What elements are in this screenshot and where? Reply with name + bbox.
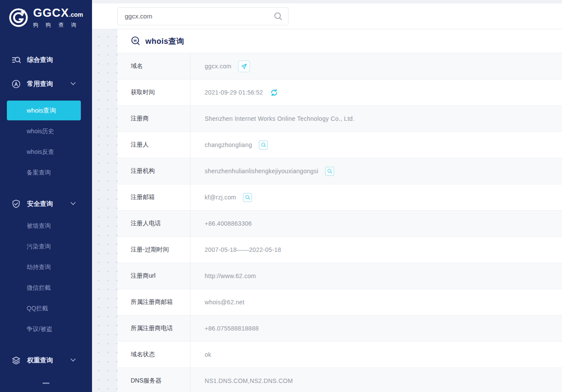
- dotted-gutter: [92, 29, 117, 392]
- shield-check-icon: [12, 199, 21, 208]
- row-value-cell: changzhongliang: [190, 132, 562, 158]
- whois-magnifier-icon: w: [130, 36, 141, 46]
- sidebar-item-label: 微信拦截: [27, 284, 51, 292]
- sidebar-group-security-header[interactable]: 安全查询: [0, 192, 92, 216]
- search-icon[interactable]: [243, 193, 252, 202]
- content-body: w whois查询 域名 ggcx.com: [92, 29, 562, 392]
- sidebar-group-common-header[interactable]: 常用查询: [0, 72, 92, 96]
- table-row-registrant: 注册人 changzhongliang: [117, 132, 562, 158]
- row-label: 注册商: [117, 106, 190, 132]
- page-title: whois查询: [145, 36, 184, 46]
- table-row-registrant-email: 注册邮箱 kf@rzj.com: [117, 184, 562, 211]
- table-row-registrar-url: 注册商url http://www.62.com: [117, 263, 562, 289]
- sidebar-scroll-dash: [43, 383, 49, 384]
- row-label: 所属注册商邮箱: [117, 289, 190, 315]
- sidebar-item-qq-block[interactable]: QQ拦截: [0, 298, 92, 319]
- layers-icon: [12, 356, 21, 365]
- sidebar-item-hijack-check[interactable]: 劫持查询: [0, 257, 92, 278]
- brand-suffix: .com: [69, 11, 83, 18]
- sidebar-item-label: 劫持查询: [27, 263, 51, 271]
- sidebar-item-wechat-block[interactable]: 微信拦截: [0, 278, 92, 298]
- sidebar-group-common: 常用查询 whois查询 whois历史 whois反查: [0, 72, 92, 183]
- sidebar-item-label: QQ拦截: [27, 305, 48, 312]
- sidebar-item-whois-history[interactable]: whois历史: [0, 121, 92, 142]
- sidebar-item-whois-lookup[interactable]: whois查询: [7, 101, 81, 120]
- svg-text:w: w: [133, 38, 137, 43]
- send-icon[interactable]: [238, 61, 250, 72]
- search-icon[interactable]: [273, 12, 283, 21]
- domain-search-input[interactable]: [125, 12, 273, 20]
- sidebar-item-label: 被墙查询: [27, 222, 51, 230]
- table-row-registrar-email: 所属注册商邮箱 whois@62.net: [117, 289, 562, 315]
- sidebar-item-whois-reverse[interactable]: whois反查: [0, 142, 92, 162]
- row-value: +86.075588818888: [205, 325, 259, 332]
- chevron-down-icon: [71, 358, 76, 362]
- row-label: 所属注册商电话: [117, 315, 190, 341]
- chevron-down-icon: [71, 202, 76, 205]
- row-value-cell: 2007-05-18——2022-05-18: [190, 237, 562, 263]
- table-row-dns-servers: DNS服务器 NS1.DNS.COM,NS2.DNS.COM: [117, 368, 562, 392]
- row-label: 注册邮箱: [117, 184, 190, 210]
- row-label: 域名状态: [117, 342, 190, 368]
- row-value-cell: 2021-09-29 01:56:52: [190, 80, 562, 105]
- row-value: 2007-05-18——2022-05-18: [205, 246, 281, 253]
- table-row-registrant-phone: 注册人电话 +86.4008863306: [117, 211, 562, 237]
- row-value: ggcx.com: [205, 63, 231, 70]
- sidebar-group-security: 安全查询 被墙查询 污染查询 劫持查询 微信: [0, 192, 92, 340]
- circle-a-icon: [12, 80, 21, 89]
- brand-subtitle: 狗 狗 查 询: [33, 21, 83, 29]
- sidebar-item-label: whois历史: [27, 128, 54, 135]
- main-area: w whois查询 域名 ggcx.com: [92, 0, 562, 392]
- table-row-registration-period: 注册-过期时间 2007-05-18——2022-05-18: [117, 237, 562, 263]
- row-label: 注册人电话: [117, 211, 190, 236]
- sidebar-group-weight-header[interactable]: 权重查询: [0, 348, 92, 372]
- domain-search-box: [117, 7, 289, 25]
- row-value-cell: Shenzhen Internet Works Online Technolog…: [190, 106, 562, 132]
- brand-text: GGCX .com 狗 狗 查 询: [33, 6, 83, 29]
- sidebar-item-label: whois反查: [27, 148, 54, 156]
- table-row-fetch-time: 获取时间 2021-09-29 01:56:52: [117, 80, 562, 106]
- row-value: http://www.62.com: [205, 273, 256, 279]
- app-window: GGCX .com 狗 狗 查 询 综合查询: [0, 0, 562, 392]
- sidebar: GGCX .com 狗 狗 查 询 综合查询: [0, 0, 92, 392]
- top-strip: [92, 0, 562, 3]
- table-row-domain-status: 域名状态 ok: [117, 342, 562, 368]
- row-label: 注册商url: [117, 263, 190, 289]
- row-value-cell: ok: [190, 342, 562, 368]
- chevron-down-icon: [71, 82, 76, 86]
- brand-logo[interactable]: GGCX .com 狗 狗 查 询: [0, 0, 92, 29]
- table-row-registrar-phone: 所属注册商电话 +86.075588818888: [117, 315, 562, 342]
- table-row-registrar: 注册商 Shenzhen Internet Works Online Techn…: [117, 106, 562, 132]
- row-value-cell: ggcx.com: [190, 53, 562, 79]
- table-row-registrant-org: 注册机构 shenzhenhulianlishengkejiyouxiangon…: [117, 158, 562, 184]
- row-value: 2021-09-29 01:56:52: [205, 89, 263, 96]
- row-label: 注册人: [117, 132, 190, 158]
- row-value: Shenzhen Internet Works Online Technolog…: [205, 115, 355, 122]
- sidebar-item-gfw-check[interactable]: 被墙查询: [0, 216, 92, 236]
- search-icon[interactable]: [259, 141, 268, 150]
- row-value: ok: [205, 351, 211, 358]
- dog-logo-icon: [9, 8, 28, 28]
- sidebar-item-label: 污染查询: [27, 243, 51, 251]
- sidebar-item-label: 备案查询: [27, 169, 51, 177]
- whois-table: 域名 ggcx.com 获取时间: [117, 53, 562, 392]
- whois-result-card: w whois查询 域名 ggcx.com: [117, 29, 562, 392]
- sidebar-group-label: 安全查询: [27, 200, 53, 208]
- row-label: 注册机构: [117, 158, 190, 184]
- search-icon[interactable]: [325, 167, 334, 176]
- sidebar-group-label: 权重查询: [27, 356, 53, 364]
- row-value-cell: whois@62.net: [190, 289, 562, 315]
- sidebar-item-icp-lookup[interactable]: 备案查询: [0, 162, 92, 183]
- sidebar-item-dispute-stolen[interactable]: 争议/被盗: [0, 319, 92, 340]
- filter-search-icon: [12, 55, 21, 64]
- sidebar-item-comprehensive[interactable]: 综合查询: [0, 48, 92, 72]
- row-value-cell: shenzhenhulianlishengkejiyouxiangongsi: [190, 158, 562, 184]
- sidebar-item-pollution-check[interactable]: 污染查询: [0, 236, 92, 257]
- row-value: +86.4008863306: [205, 220, 252, 227]
- sidebar-item-label: whois查询: [27, 107, 56, 115]
- header-bar: [92, 3, 562, 29]
- card-title-bar: w whois查询: [117, 29, 562, 53]
- sidebar-sublist-common: whois查询 whois历史 whois反查 备案查询: [0, 101, 92, 183]
- row-value: whois@62.net: [205, 299, 245, 306]
- refresh-icon[interactable]: [270, 89, 278, 97]
